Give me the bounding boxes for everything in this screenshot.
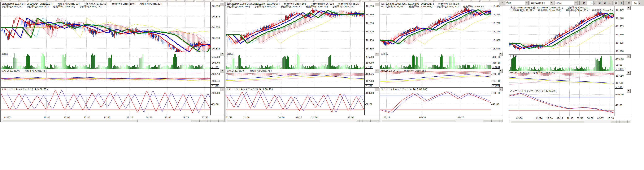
scrollbar-page-button[interactable]: [628, 120, 630, 123]
y-tick-label: 50.00: [365, 103, 372, 105]
scrollbar-page-button[interactable]: [616, 120, 620, 123]
period-tick-button[interactable]: T: [619, 1, 624, 5]
scrollbar-page-button[interactable]: [357, 120, 360, 122]
scrollbar-page-button[interactable]: [191, 120, 194, 122]
period-day-button[interactable]: 日: [597, 1, 602, 5]
symbol-select[interactable]: 日経225mini ▼: [530, 1, 554, 5]
horizontal-scrollbar[interactable]: [509, 120, 631, 123]
y-tick-label: 10,890: [365, 5, 374, 7]
scrollbar-page-button[interactable]: [619, 120, 622, 123]
spinner-arrows-icon[interactable]: ▲▼: [638, 1, 641, 5]
y-tick-label: 10,890: [492, 5, 500, 7]
y-tick-label: 10,625: [615, 41, 624, 44]
horizontal-scrollbar[interactable]: [380, 119, 503, 122]
y-tick-label: 100.00: [211, 92, 220, 94]
toolbar-overflow-dropdown-icon[interactable]: ▼: [500, 1, 504, 5]
x-tick-label: 02/16: [577, 117, 583, 120]
volume-scale-badge: × 100: [492, 66, 500, 69]
scrollbar-page-button[interactable]: [611, 120, 614, 123]
minute-interval-stepper[interactable]: 60 ▲▼: [632, 1, 641, 5]
pane-dropdown-icon[interactable]: ▼: [498, 69, 503, 73]
scrollbar-page-button[interactable]: [483, 120, 486, 122]
futures-type-value: 先物: [506, 1, 525, 5]
scrollbar-page-button[interactable]: [489, 120, 492, 122]
horizontal-scrollbar[interactable]: [226, 119, 379, 122]
pane-dropdown-icon[interactable]: ▼: [220, 69, 224, 73]
macd-plot: [509, 71, 614, 89]
pane-dropdown-icon[interactable]: ▼: [220, 88, 224, 91]
scrollbar-thumb[interactable]: [3, 120, 138, 122]
scrollbar-page-button[interactable]: [216, 120, 219, 122]
period-week-button[interactable]: 週: [603, 1, 607, 5]
chevron-down-icon[interactable]: ▼: [574, 1, 578, 5]
volume-pane: ▼800.00300.00× 100出来高: [380, 52, 503, 69]
y-axis-labels: ▼100.0050.00: [364, 88, 379, 115]
scrollbar-page-button[interactable]: [365, 120, 368, 122]
scrollbar-page-button[interactable]: [500, 120, 502, 122]
y-tick-label: 10,850: [211, 26, 220, 29]
pane-dropdown-icon[interactable]: ▼: [626, 89, 630, 93]
scrollbar-page-button[interactable]: [213, 120, 216, 122]
bar-type-button[interactable]: 足: [582, 1, 586, 5]
scrollbar-page-button[interactable]: [205, 120, 208, 122]
scrollbar-page-button[interactable]: [494, 120, 497, 122]
volume-pane: ▼235.00100.00× 100出来高: [1, 52, 224, 69]
pane-dropdown-icon[interactable]: ▼: [375, 88, 379, 91]
pane-dropdown-icon[interactable]: ▼: [220, 3, 224, 6]
pane-dropdown-icon[interactable]: ▼: [626, 55, 630, 58]
spinner-arrows-icon[interactable]: ▲▼: [593, 1, 596, 5]
pane-dropdown-icon[interactable]: ▼: [375, 3, 379, 6]
scrollbar-page-button[interactable]: [362, 120, 365, 122]
y-tick-label: 108.41: [211, 80, 220, 82]
x-tick-label: 17:20: [126, 116, 133, 119]
x-tick-label: 16:30: [608, 117, 614, 120]
futures-type-select[interactable]: 先物 ▼: [505, 1, 529, 5]
y-tick-label: 10,755: [615, 25, 624, 28]
x-axis: 02/1002/1416:3002/1516:3002/1616:3002/17…: [509, 117, 631, 120]
scrollbar-page-button[interactable]: [199, 120, 202, 122]
scrollbar-page-button[interactable]: [210, 120, 213, 122]
x-axis: 02/1502/1602/17: [380, 116, 503, 119]
scrollbar-page-button[interactable]: [197, 120, 200, 122]
macd-plot: [380, 69, 491, 88]
bar-interval-stepper[interactable]: 1 ▲▼: [587, 1, 596, 5]
scrollbar-page-button[interactable]: [622, 120, 625, 123]
scrollbar-page-button[interactable]: [368, 120, 371, 122]
scrollbar-page-button[interactable]: [360, 120, 362, 122]
scrollbar-page-button[interactable]: [486, 120, 489, 122]
period-minute-button[interactable]: 分: [614, 1, 618, 5]
scrollbar-page-button[interactable]: [625, 120, 628, 123]
period-month-button[interactable]: 月: [608, 1, 613, 5]
scrollbar-thumb[interactable]: [381, 120, 456, 122]
y-tick-label: 235.00: [211, 56, 220, 58]
horizontal-scrollbar[interactable]: [1, 119, 224, 122]
y-tick-label: 10,820: [615, 17, 624, 19]
pane-dropdown-icon[interactable]: ▼: [220, 52, 224, 56]
scrollbar-page-button[interactable]: [208, 120, 210, 122]
x-tick-label: 16:30: [546, 117, 552, 120]
scrollbar-page-button[interactable]: [202, 120, 205, 122]
stoch-pane: ▼100.0045.00スロー・ストキャスティクス( 14, 3, 80, 20…: [380, 88, 503, 115]
chevron-down-icon[interactable]: ▼: [525, 1, 529, 5]
scrollbar-page-button[interactable]: [376, 120, 379, 122]
scrollbar-page-button[interactable]: [221, 120, 224, 122]
volume-scale-badge: × 1000: [615, 68, 624, 70]
scrollbar-page-button[interactable]: [497, 120, 500, 122]
pane-dropdown-icon[interactable]: ▼: [626, 6, 630, 10]
scrollbar-page-button[interactable]: [218, 120, 222, 122]
scrollbar-page-button[interactable]: [373, 120, 376, 122]
pane-dropdown-icon[interactable]: ▼: [626, 71, 630, 75]
y-tick-label: 300.00: [492, 61, 500, 64]
contract-month-select[interactable]: 11/03 ▼: [554, 1, 578, 5]
pane-dropdown-icon[interactable]: ▼: [498, 52, 503, 56]
scrollbar-thumb[interactable]: [227, 120, 320, 122]
pane-dropdown-icon[interactable]: ▼: [375, 52, 379, 56]
scrollbar-page-button[interactable]: [492, 120, 494, 122]
pane-dropdown-icon[interactable]: ▼: [498, 88, 503, 91]
scrollbar-page-button[interactable]: [614, 120, 617, 123]
chevron-down-icon[interactable]: ▼: [550, 1, 553, 5]
scrollbar-page-button[interactable]: [194, 120, 197, 122]
pane-dropdown-icon[interactable]: ▼: [375, 69, 379, 73]
scrollbar-thumb[interactable]: [510, 120, 584, 123]
scrollbar-page-button[interactable]: [370, 120, 373, 122]
